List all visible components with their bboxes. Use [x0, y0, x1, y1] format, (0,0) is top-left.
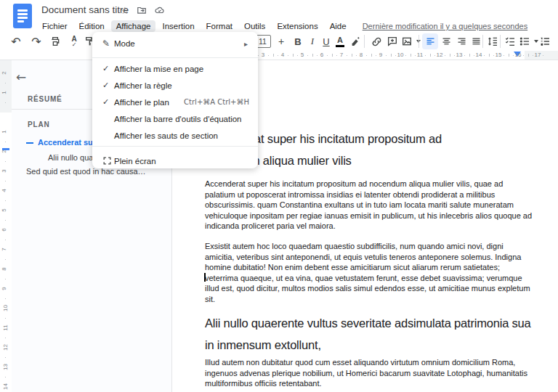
menu-affichage[interactable]: Affichage	[111, 20, 156, 32]
ruler-number: 13	[455, 52, 464, 58]
undo-button[interactable]: ↶	[9, 33, 23, 49]
menu-item-show-section-breaks[interactable]: Afficher les sauts de section	[92, 127, 258, 144]
menu-item-show-ruler[interactable]: ✓ Afficher la règle	[92, 77, 258, 94]
move-to-folder-icon[interactable]	[137, 5, 147, 15]
ruler-number: 1	[1, 130, 7, 133]
ruler-tick	[5, 318, 6, 319]
menu-item-label: Afficher le plan	[114, 98, 169, 107]
ruler-number: 8	[1, 267, 7, 270]
ruler-number: 7	[337, 52, 346, 58]
menu-extensions[interactable]: Extensions	[272, 20, 323, 32]
close-outline-arrow-icon[interactable]: ←	[16, 70, 26, 84]
ruler-tick	[464, 55, 465, 56]
ruler-number: 14	[2, 383, 9, 390]
menu-divider	[92, 146, 258, 147]
ruler-tick	[278, 55, 278, 56]
ruler-number: 9	[1, 287, 7, 290]
align-center-button[interactable]	[439, 33, 453, 49]
ruler-tick	[504, 55, 504, 56]
ruler-tick	[450, 54, 450, 57]
underline-button[interactable]: U	[319, 33, 333, 49]
ruler-top-margin-zone	[0, 60, 12, 113]
ruler-tick	[445, 55, 445, 56]
ruler-tick	[5, 259, 6, 260]
docs-logo-icon[interactable]	[13, 4, 32, 28]
ruler-number: 6	[1, 228, 7, 231]
text-color-button[interactable]: A	[333, 33, 347, 49]
highlight-color-button[interactable]	[349, 33, 363, 49]
logo-line	[17, 20, 24, 23]
menu-edition[interactable]: Édition	[74, 20, 110, 32]
menu-insertion[interactable]: Insertion	[157, 20, 199, 32]
submenu-arrow-icon: ▸	[244, 40, 258, 48]
menu-item-show-outline[interactable]: ✓ Afficher le plan Ctrl+⌘A Ctrl+⌘H	[92, 94, 258, 110]
menu-item-label: Afficher la barre d'outils d'équation	[114, 115, 242, 123]
star-icon[interactable]: ☆	[121, 5, 129, 16]
doc-heading-2: Alii nullo quaerente vultus severitate a…	[205, 312, 531, 356]
ruler-tick	[268, 55, 269, 56]
menu-item-show-equation-toolbar[interactable]: Afficher la barre d'outils d'équation	[92, 110, 258, 127]
ruler-number: 12	[435, 52, 444, 58]
google-docs-window: Document sans titre ☆ Fichier Édition Af…	[0, 0, 558, 392]
ruler-tick	[484, 55, 485, 56]
ruler-tick	[5, 298, 6, 299]
checklist-button[interactable]	[503, 33, 517, 49]
menu-item-fullscreen[interactable]: Plein écran	[92, 149, 258, 173]
ruler-tick	[371, 54, 372, 57]
logo-line	[17, 17, 28, 19]
bold-button[interactable]: B	[291, 33, 305, 49]
menu-fichier[interactable]: Fichier	[37, 20, 73, 32]
document-title[interactable]: Document sans titre	[41, 4, 129, 15]
ruler-tick	[411, 54, 411, 57]
last-modified-link[interactable]: Dernière modification il y a quelques se…	[363, 22, 527, 30]
ruler-tick	[297, 55, 298, 56]
ruler-tick	[5, 220, 6, 221]
insert-link-button[interactable]	[369, 33, 384, 49]
increase-font-button[interactable]: +	[274, 33, 288, 49]
menu-format[interactable]: Format	[201, 20, 238, 32]
ruler-tick	[317, 55, 318, 56]
active-outline-marker	[26, 142, 33, 144]
align-right-button[interactable]	[454, 33, 469, 49]
doc-paragraph: Illud autem non dubitatur quod cum esset…	[205, 357, 527, 389]
ruler-tick	[528, 54, 529, 57]
ruler-tick	[356, 55, 357, 56]
print-button[interactable]	[48, 33, 62, 49]
ruler-tick	[327, 55, 328, 56]
menu-item-show-print-layout[interactable]: ✓ Afficher la mise en page	[92, 60, 258, 77]
align-left-button[interactable]	[422, 33, 438, 49]
ruler-number: 11	[416, 52, 424, 58]
ruler-tick	[5, 102, 6, 103]
doc-paragraph: Exsistit autem hoc loco quaedam quaestio…	[205, 241, 530, 304]
ruler-number: 4	[1, 189, 7, 192]
spellcheck-button[interactable]: A ✓	[67, 33, 81, 49]
italic-button[interactable]: I	[305, 33, 320, 49]
ruler-tick	[533, 55, 533, 56]
ruler-number: 15	[494, 52, 503, 58]
justify-button[interactable]	[469, 33, 483, 49]
checkmark-icon: ✓	[92, 81, 114, 90]
menu-outils[interactable]: Outils	[239, 20, 270, 32]
ruler-tick	[312, 54, 313, 57]
ruler-tick	[366, 55, 367, 56]
ruler-number: 9	[376, 52, 385, 58]
line-spacing-button[interactable]	[485, 33, 500, 49]
menu-shortcut: Ctrl+⌘A Ctrl+⌘H	[184, 98, 258, 106]
ruler-tick	[489, 54, 490, 57]
menubar: Fichier Édition Affichage Insertion Form…	[36, 20, 527, 33]
ruler-tick	[434, 55, 435, 56]
redo-button[interactable]: ↷	[29, 33, 44, 49]
numbered-list-button[interactable]	[538, 33, 552, 49]
fullscreen-icon	[92, 156, 114, 166]
ruler-tick	[474, 55, 474, 56]
ruler-number: 14	[474, 52, 483, 58]
ruler-tick	[336, 55, 337, 56]
menu-item-label: Mode	[114, 39, 135, 48]
ruler-tick	[395, 55, 396, 56]
menu-item-mode[interactable]: ✎ Mode ▸	[92, 32, 258, 55]
cloud-status-icon[interactable]	[154, 5, 165, 15]
ruler-tick	[376, 55, 376, 56]
add-comment-button[interactable]	[385, 33, 400, 49]
menu-aide[interactable]: Aide	[325, 20, 352, 32]
ruler-tick	[454, 55, 455, 56]
